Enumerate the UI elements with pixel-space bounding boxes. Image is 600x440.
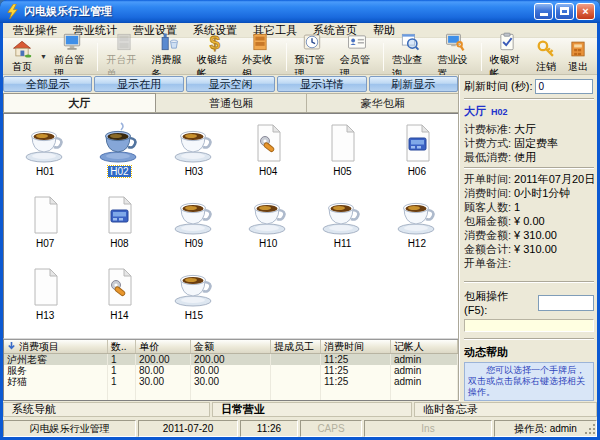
- column-header[interactable]: 消费时间: [321, 340, 391, 353]
- selected-room-title: 大厅H02: [464, 104, 594, 119]
- logout-icon: [535, 39, 557, 60]
- room-label: H02: [108, 166, 130, 177]
- toolbar-button-member[interactable]: 会员管理: [335, 40, 380, 74]
- resize-grip[interactable]: [584, 423, 597, 436]
- room-item[interactable]: H05: [305, 122, 379, 194]
- panel-info-label: 消费时间:: [464, 186, 511, 200]
- refresh-interval-input[interactable]: [535, 79, 593, 94]
- room-item[interactable]: H02: [82, 122, 156, 194]
- column-header[interactable]: 单价: [136, 340, 191, 353]
- toolbar-button-logout[interactable]: 注销: [530, 40, 562, 74]
- room-item[interactable]: H14: [82, 266, 156, 338]
- room-item[interactable]: H13: [8, 266, 82, 338]
- panel-info-label: 计费方式:: [464, 136, 511, 150]
- system-nav-panel[interactable]: 系统导航: [3, 402, 210, 417]
- maximize-button[interactable]: [555, 3, 574, 20]
- view-button[interactable]: 全部显示: [3, 76, 92, 92]
- menu-item[interactable]: 营业操作: [5, 23, 65, 38]
- panel-info-line: 消费时间:0小时1分钟: [464, 186, 594, 200]
- panel-info-line: 计费方式:固定费率: [464, 136, 594, 150]
- room-area-tab[interactable]: 大厅: [3, 93, 156, 112]
- page-wrench-icon: [242, 122, 294, 164]
- panel-info-label: 最低消费:: [464, 150, 511, 164]
- room-item[interactable]: H15: [157, 266, 231, 338]
- toolbar-button-exit[interactable]: 退出: [562, 40, 594, 74]
- table-cell: 11:25: [321, 354, 391, 365]
- room-item[interactable]: H09: [157, 194, 231, 266]
- toolbar-button-query[interactable]: 营业查询: [387, 40, 432, 74]
- table-cell: 30.00: [191, 376, 271, 387]
- view-button[interactable]: 显示在用: [94, 76, 183, 92]
- table-cell: 1: [108, 365, 136, 376]
- close-button[interactable]: ×: [576, 3, 595, 20]
- panel-info-label: 开单时间:: [464, 172, 511, 186]
- room-item[interactable]: H07: [8, 194, 82, 266]
- column-header[interactable]: 记帐人: [391, 340, 458, 353]
- page-icon: [316, 122, 368, 164]
- room-label: H15: [183, 310, 205, 321]
- status-time: 11:26: [240, 420, 298, 437]
- toolbar-separator: [383, 43, 384, 71]
- window-title: 闪电娱乐行业管理: [24, 4, 532, 19]
- divider: [464, 167, 594, 169]
- chevron-down-icon[interactable]: ▼: [38, 53, 49, 60]
- divider: [464, 281, 594, 283]
- column-header[interactable]: 消费项目: [4, 340, 108, 353]
- cup-icon: [316, 194, 368, 236]
- panel-info-value: 大厅: [514, 122, 536, 136]
- room-item[interactable]: H06: [380, 122, 454, 194]
- room-operation-input[interactable]: [538, 295, 594, 311]
- room-item[interactable]: H12: [380, 194, 454, 266]
- minimize-button[interactable]: [534, 3, 553, 20]
- view-button[interactable]: 显示详情: [277, 76, 366, 92]
- status-ins-indicator: Ins: [364, 420, 492, 437]
- room-label: H14: [108, 310, 130, 321]
- room-area-tab[interactable]: 豪华包厢: [307, 93, 459, 112]
- room-item[interactable]: H11: [305, 194, 379, 266]
- toolbar-button-frontdesk[interactable]: 前台管理: [49, 40, 94, 74]
- room-item[interactable]: H08: [82, 194, 156, 266]
- daily-business-panel[interactable]: 日常营业: [212, 402, 412, 417]
- toolbar-button-home[interactable]: 首页: [6, 40, 38, 74]
- menu-item[interactable]: 帮助: [365, 23, 403, 38]
- table-row[interactable]: 服务180.0080.0011:25admin: [4, 365, 458, 376]
- column-header[interactable]: 提成员工: [271, 340, 321, 353]
- cup-icon: [242, 194, 294, 236]
- toolbar-button-biz-settings[interactable]: 营业设置: [432, 40, 477, 74]
- room-label: H11: [332, 238, 354, 249]
- booking-icon: [301, 32, 323, 53]
- temp-memo-panel[interactable]: 临时备忘录: [414, 402, 597, 417]
- column-header[interactable]: 金额: [191, 340, 271, 353]
- toolbar-button-service[interactable]: 消费服务: [147, 40, 192, 74]
- table-cell: [271, 387, 321, 400]
- table-cell: 服务: [4, 365, 108, 376]
- room-item[interactable]: H10: [231, 194, 305, 266]
- title-bar: 闪电娱乐行业管理 ×: [0, 0, 600, 23]
- toolbar-button-booking[interactable]: 预订管理: [290, 40, 335, 74]
- room-item[interactable]: H04: [231, 122, 305, 194]
- room-item[interactable]: H03: [157, 122, 231, 194]
- room-label: H01: [34, 166, 56, 177]
- panel-info-value: ¥ 310.00: [514, 228, 557, 242]
- column-header[interactable]: 数..: [108, 340, 136, 353]
- view-button[interactable]: 显示空闲: [186, 76, 275, 92]
- toolbar-button-label: 退出: [568, 60, 588, 74]
- sort-icon: [7, 341, 19, 352]
- table-row[interactable]: 好猫130.0030.0011:25admin: [4, 376, 458, 387]
- help-intro-text: 您可以选择一个手牌后，双击或点击鼠标右键选择相关操作。: [468, 365, 590, 398]
- status-app-name: 闪电娱乐行业管理: [3, 420, 136, 437]
- toolbar-button-reconcile[interactable]: 收银对帐: [485, 40, 530, 74]
- biz-settings-icon: [444, 32, 466, 53]
- room-label: H05: [331, 166, 353, 177]
- room-area-tab[interactable]: 普通包厢: [156, 93, 308, 112]
- room-item[interactable]: H01: [8, 122, 82, 194]
- toolbar-button-cashier[interactable]: $收银结帐: [192, 40, 237, 74]
- toolbar-button-takeout[interactable]: 外卖收银: [237, 40, 282, 74]
- panel-info-label: 顾客人数:: [464, 200, 511, 214]
- panel-info-value: 0小时1分钟: [514, 186, 570, 200]
- toolbar-separator: [481, 43, 482, 71]
- table-row[interactable]: 泸州老窖1200.00200.0011:25admin: [4, 354, 458, 365]
- panel-info-label: 开单备注:: [464, 256, 511, 270]
- table-cell: 1: [108, 376, 136, 387]
- view-button[interactable]: 刷新显示: [369, 76, 458, 92]
